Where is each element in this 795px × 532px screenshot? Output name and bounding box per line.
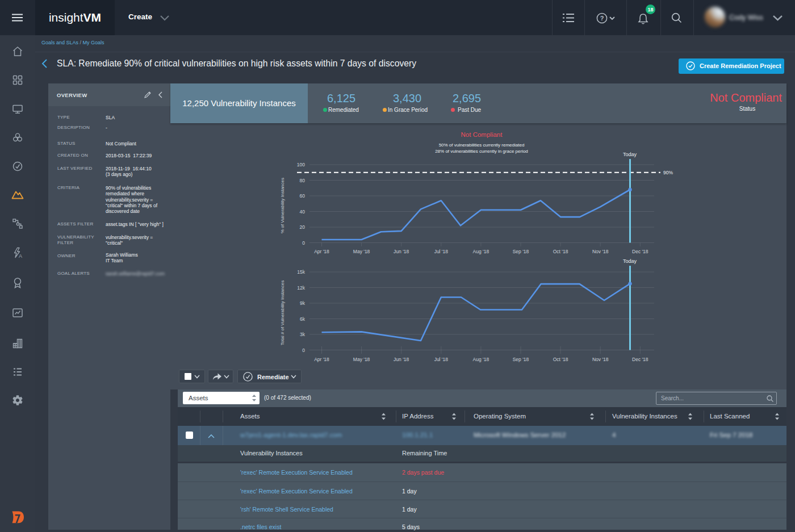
svg-text:9k: 9k [300,300,306,306]
svg-text:Not Compliant: Not Compliant [461,131,503,138]
svg-text:100: 100 [297,162,305,167]
svg-text:Jul '18: Jul '18 [434,249,449,254]
svg-text:Today: Today [623,152,637,157]
svg-text:May '18: May '18 [353,249,370,254]
svg-text:40: 40 [300,209,306,215]
svg-text:Dec '18: Dec '18 [632,357,648,362]
svg-text:Jun '18: Jun '18 [394,357,409,362]
svg-text:12k: 12k [297,285,305,291]
svg-text:Nov '18: Nov '18 [592,357,609,362]
svg-text:Total # of Vulnerability Insta: Total # of Vulnerability Instances [280,280,285,345]
svg-text:Aug '18: Aug '18 [473,357,489,362]
svg-text:80: 80 [300,178,306,183]
svg-text:?: ? [600,15,604,22]
svg-text:Sep '18: Sep '18 [513,249,529,254]
svg-text:0: 0 [302,347,305,353]
svg-text:Nov '18: Nov '18 [592,249,609,254]
svg-text:50% of vulnerabilities current: 50% of vulnerabilities currently remedia… [439,143,525,148]
svg-text:90%: 90% [663,170,673,175]
svg-text:Oct '18: Oct '18 [553,357,568,362]
svg-text:Sep '18: Sep '18 [513,357,529,362]
svg-text:Jun '18: Jun '18 [394,249,409,254]
svg-text:% of Vulnerability Instances: % of Vulnerability Instances [280,178,285,233]
svg-text:15k: 15k [297,269,305,275]
svg-text:Today: Today [623,258,637,264]
svg-text:60: 60 [300,193,306,199]
svg-text:6k: 6k [300,316,306,322]
svg-text:May '18: May '18 [353,357,370,362]
svg-text:Oct '18: Oct '18 [553,249,568,254]
svg-text:0: 0 [302,240,305,246]
svg-text:20: 20 [300,224,306,230]
svg-text:A: A [19,253,22,259]
svg-text:Jul '18: Jul '18 [434,357,449,362]
svg-text:Apr '18: Apr '18 [314,357,329,362]
svg-text:Dec '18: Dec '18 [632,249,648,254]
svg-text:28% of vulnerabilities current: 28% of vulnerabilities currently in grac… [435,149,528,154]
svg-text:18: 18 [647,7,653,12]
svg-text:Apr '18: Apr '18 [314,249,329,254]
svg-text:3k: 3k [300,332,306,337]
svg-text:Aug '18: Aug '18 [473,249,489,254]
